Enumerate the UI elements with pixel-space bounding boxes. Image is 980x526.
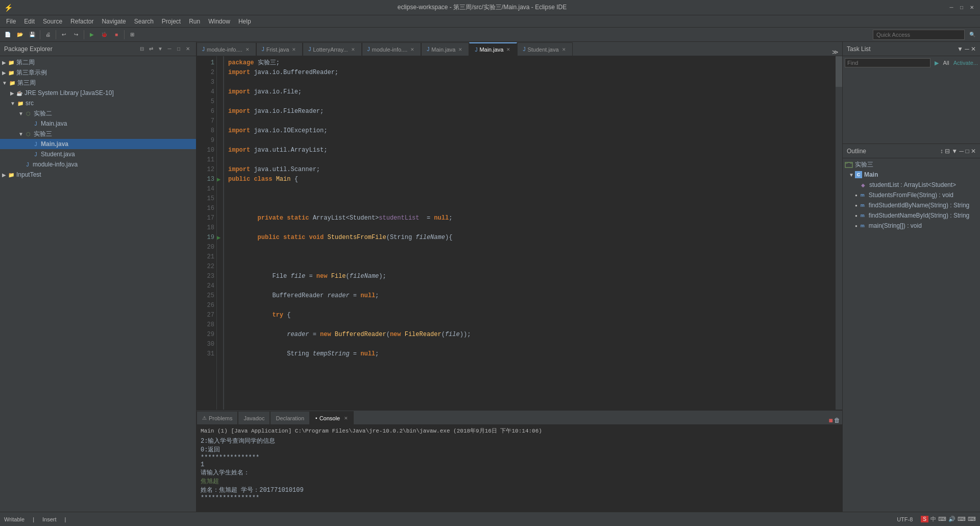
outline-method-main[interactable]: ● m main(String[]) : void <box>843 221 980 231</box>
menu-run[interactable]: Run <box>185 15 204 28</box>
outline-close-button[interactable]: ✕ <box>971 148 976 155</box>
status-insert: Insert <box>42 516 57 522</box>
tab-javadoc[interactable]: Javadoc <box>238 411 270 424</box>
tab-close-2[interactable]: ✕ <box>291 46 297 53</box>
maximize-panel-button[interactable]: □ <box>175 45 183 53</box>
quick-access-icon[interactable]: 🔍 <box>967 29 978 40</box>
tab-close-5[interactable]: ✕ <box>457 46 463 53</box>
tab-console[interactable]: ▪ Console ✕ <box>310 411 354 424</box>
tab-main-active[interactable]: J Main.java ✕ <box>469 42 517 56</box>
menu-edit[interactable]: Edit <box>20 15 39 28</box>
tab-close-3[interactable]: ✕ <box>350 46 356 53</box>
menu-project[interactable]: Project <box>158 15 185 28</box>
outline-filter-button[interactable]: ⊟ <box>945 148 950 155</box>
line-numbers: 1 2 3 4 5 6 7 8 9 10 11 12 13 14 15 16 1 <box>197 56 217 410</box>
menu-refactor[interactable]: Refactor <box>66 15 97 28</box>
menu-navigate[interactable]: Navigate <box>97 15 130 28</box>
tab-close-1[interactable]: ✕ <box>244 46 251 53</box>
outline-menu-button[interactable]: ▼ <box>951 148 958 155</box>
undo-button[interactable]: ↩ <box>58 29 69 40</box>
collapse-all-button[interactable]: ⊟ <box>138 45 146 53</box>
outline-method-findById[interactable]: ● m findStudentIdByName(String) : String <box>843 200 980 210</box>
toolbar-separator-3 <box>84 30 84 39</box>
tree-item-inputtest[interactable]: ▶ 📁 InputTest <box>0 170 196 180</box>
close-button[interactable]: ✕ <box>968 4 976 12</box>
ime-icon-1: ⌨ <box>938 516 946 522</box>
tab-close-4[interactable]: ✕ <box>409 46 415 53</box>
menu-search[interactable]: Search <box>130 15 158 28</box>
tab-close-console[interactable]: ✕ <box>344 416 348 421</box>
link-editor-button[interactable]: ⇄ <box>147 45 155 53</box>
redo-button[interactable]: ↪ <box>70 29 82 40</box>
quick-access-input[interactable] <box>873 30 965 40</box>
method-icon-findByName: ● <box>855 213 857 218</box>
menu-source[interactable]: Source <box>39 15 66 28</box>
editor-content[interactable]: 1 2 3 4 5 6 7 8 9 10 11 12 13 14 15 16 1 <box>197 56 842 410</box>
close-panel-button[interactable]: ✕ <box>184 45 192 53</box>
outline-method-findByName[interactable]: ● m findStudentNameById(String) : String <box>843 210 980 221</box>
outline-maximize-button[interactable]: □ <box>965 148 969 155</box>
clear-console-button[interactable]: 🗑 <box>834 417 840 424</box>
code-editor[interactable]: package 实验三; import java.io.BufferedRead… <box>224 56 835 410</box>
print-button[interactable]: 🖨 <box>42 29 54 40</box>
tab-student[interactable]: J Student.java ✕ <box>517 42 572 56</box>
perspective-button[interactable]: ⊞ <box>127 29 138 40</box>
javadoc-label: Javadoc <box>243 415 264 421</box>
scroll-thumb[interactable] <box>836 56 842 87</box>
tab-main-1[interactable]: J Main.java ✕ <box>421 42 469 56</box>
tab-close-active[interactable]: ✕ <box>505 46 511 53</box>
new-button[interactable]: 📄 <box>2 29 13 40</box>
status-separator-2: | <box>65 516 66 522</box>
maximize-button[interactable]: □ <box>958 4 966 12</box>
run-button[interactable]: ▶ <box>86 29 97 40</box>
tree-item-main-java-lab3[interactable]: ▶ J Main.java <box>0 139 196 149</box>
outline-controls: ↕ ⊟ ▼ ─ □ ✕ <box>940 148 976 155</box>
task-list-menu-button[interactable]: ▼ <box>957 45 963 53</box>
tab-problems[interactable]: ⚠ Problems <box>197 411 238 424</box>
status-separator-1: | <box>33 516 34 522</box>
tree-item-lab3[interactable]: ▼ ⬡ 实验三 <box>0 129 196 139</box>
outline-method-studentsFromFile[interactable]: ● m StudentsFromFile(String) : void <box>843 190 980 200</box>
editor-scrollbar[interactable] <box>835 56 842 410</box>
tab-declaration[interactable]: Declaration <box>270 411 310 424</box>
outline-sort-button[interactable]: ↕ <box>940 148 943 155</box>
menu-file[interactable]: File <box>2 15 20 28</box>
tab-frist[interactable]: J Frist.java ✕ <box>256 42 303 56</box>
tree-item-student-java[interactable]: ▶ J Student.java <box>0 149 196 159</box>
tab-overflow-button[interactable]: ≫ <box>832 49 842 56</box>
task-list-filter-button[interactable]: ▶ <box>935 60 939 66</box>
debug-button[interactable]: 🐞 <box>99 29 110 40</box>
terminate-button[interactable]: ■ <box>829 416 833 424</box>
task-find-input[interactable] <box>845 58 930 67</box>
outline-class-main[interactable]: ▼ C Main <box>843 170 980 180</box>
task-list-close-button[interactable]: ✕ <box>971 45 976 53</box>
toolbar: 📄 📂 💾 🖨 ↩ ↪ ▶ 🐞 ■ ⊞ 🔍 <box>0 28 980 42</box>
tree-item-week3[interactable]: ▼ 📁 第三周 <box>0 78 196 88</box>
stop-button[interactable]: ■ <box>111 29 122 40</box>
tree-item-jre[interactable]: ▶ ☕ JRE System Library [JavaSE-10] <box>0 88 196 98</box>
outline-field-studentlist[interactable]: ◆ studentList : ArrayList<Student> <box>843 180 980 190</box>
menu-help[interactable]: Help <box>234 15 255 28</box>
tab-module-info-1[interactable]: J module-info.... ✕ <box>197 42 256 56</box>
open-button[interactable]: 📂 <box>14 29 26 40</box>
tree-item-lab2[interactable]: ▼ ⬡ 实验二 <box>0 108 196 118</box>
outline-method-studentsFromFile-label: StudentsFromFile(String) : void <box>869 192 953 199</box>
save-button[interactable]: 💾 <box>27 29 38 40</box>
outline-minimize-button[interactable]: ─ <box>960 148 964 155</box>
tree-item-module-info[interactable]: ▶ J module-info.java <box>0 159 196 170</box>
ime-icon-4: ⌨ <box>968 516 976 522</box>
minimize-button[interactable]: ─ <box>947 4 955 12</box>
menu-window[interactable]: Window <box>204 15 234 28</box>
task-list-minimize-button[interactable]: ─ <box>965 45 969 53</box>
tree-item-week2[interactable]: ▶ 📁 第二周 <box>0 57 196 67</box>
tab-lottery[interactable]: J LotteryArray... ✕ <box>303 42 361 56</box>
view-menu-button[interactable]: ▼ <box>156 45 164 53</box>
tree-item-chapter3[interactable]: ▶ 📁 第三章示例 <box>0 67 196 78</box>
tree-item-main-java-lab2[interactable]: ▶ J Main.java <box>0 118 196 129</box>
activate-link[interactable]: Activate... <box>953 60 978 66</box>
tree-item-src[interactable]: ▼ 📁 src <box>0 98 196 108</box>
minimize-panel-button[interactable]: ─ <box>165 45 174 53</box>
outline-package[interactable]: 实验三 <box>843 159 980 170</box>
tab-module-info-2[interactable]: J module-info.... ✕ <box>362 42 422 56</box>
tab-close-7[interactable]: ✕ <box>561 46 567 53</box>
